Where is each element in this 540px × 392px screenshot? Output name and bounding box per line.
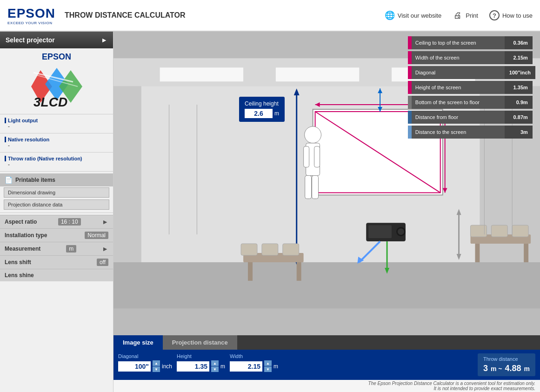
lens-shift-label: Lens shift xyxy=(5,259,31,266)
svg-rect-30 xyxy=(304,146,309,167)
distance-from-floor-color xyxy=(408,111,412,124)
diagonal-stepper[interactable]: ▲ ▼ xyxy=(153,360,160,372)
ceiling-height-unit: m xyxy=(274,110,279,117)
measurement-label: Measurement xyxy=(5,246,40,252)
app-title: THROW DISTANCE CALCULATOR xyxy=(65,11,385,20)
throw-ratio-value: - xyxy=(5,161,108,168)
disclaimer-line1: The Epson Projection Distance Calculator… xyxy=(118,381,535,386)
svg-point-28 xyxy=(305,126,321,143)
svg-rect-32 xyxy=(305,176,312,199)
width-input-group: Width ▲ ▼ m xyxy=(230,353,278,376)
dimensional-drawing-button[interactable]: Dimensional drawing xyxy=(4,187,109,198)
diagonal-row: Diagonal 100"inch xyxy=(408,66,535,79)
3lcd-logo: 3LCD xyxy=(27,66,87,107)
distance-to-screen-row: Distance to the screen 3m xyxy=(408,126,535,139)
image-size-tab[interactable]: Image size xyxy=(113,335,163,350)
width-input-label: Width xyxy=(230,353,278,359)
width-of-screen-row: Width of the screen 2.15m xyxy=(408,51,535,64)
width-stepper[interactable]: ▲ ▼ xyxy=(264,360,272,372)
installation-type-row: Installation type Normal xyxy=(0,228,113,242)
svg-rect-52 xyxy=(475,244,480,262)
visit-website-label: Visit our website xyxy=(398,12,441,19)
right-measurements-panel: Ceiling to top of the screen 0.36m Width… xyxy=(408,36,535,139)
svg-point-37 xyxy=(398,228,404,235)
height-input-group: Height ▲ ▼ m xyxy=(177,353,225,376)
diagonal-input[interactable] xyxy=(118,361,151,372)
measurement-arrow[interactable]: ► xyxy=(102,245,108,252)
height-input-label: Height xyxy=(177,353,225,359)
aspect-ratio-label: Aspect ratio xyxy=(5,219,37,225)
chevron-right-icon: ► xyxy=(101,36,107,44)
projector-logo-area: 3LCD xyxy=(0,64,113,112)
height-of-screen-color xyxy=(408,81,412,94)
divider-1 xyxy=(0,114,113,114)
diagonal-label: Diagonal xyxy=(412,66,505,79)
sidebar: Select projector ► EPSON 3LCD xyxy=(0,32,113,392)
throw-distance-unit-end: m xyxy=(524,365,530,372)
diagonal-up[interactable]: ▲ xyxy=(153,360,160,366)
how-to-use-label: How to use xyxy=(502,12,533,19)
projector-brand: EPSON xyxy=(0,48,113,64)
native-resolution-prop: Native resolution - xyxy=(0,135,113,150)
height-stepper[interactable]: ▲ ▼ xyxy=(211,360,219,372)
ceiling-height-input[interactable] xyxy=(245,109,273,118)
height-up[interactable]: ▲ xyxy=(211,360,219,366)
select-projector-label: Select projector xyxy=(6,36,55,44)
svg-rect-8 xyxy=(113,262,540,309)
distance-to-screen-color xyxy=(408,126,412,139)
bottom-inputs: Diagonal ▲ ▼ inch Height xyxy=(113,350,540,380)
height-down[interactable]: ▼ xyxy=(211,366,219,372)
main: Select projector ► EPSON 3LCD xyxy=(0,32,540,392)
logo-epson: EPSON xyxy=(7,6,55,21)
epson-logo: EPSON EXCEED YOUR VISION xyxy=(7,6,55,25)
select-projector-button[interactable]: Select projector ► xyxy=(0,32,113,48)
throw-ratio-label: Throw ratio (Native resolution) xyxy=(5,156,108,161)
svg-rect-11 xyxy=(276,67,359,81)
bottom-area: Image size Projection distance Diagonal … xyxy=(113,335,540,380)
throw-distance-unit-mid: m ~ xyxy=(491,365,502,372)
divider-2 xyxy=(0,133,113,133)
light-output-prop: Light output - xyxy=(0,116,113,131)
disclaimer-line2: It is not intended to provide exact meas… xyxy=(118,386,535,391)
aspect-ratio-value: 16 : 10 xyxy=(58,218,81,226)
svg-rect-31 xyxy=(314,146,320,167)
ceiling-to-top-row: Ceiling to top of the screen 0.36m xyxy=(408,36,535,49)
height-of-screen-label: Height of the screen xyxy=(412,81,505,94)
visit-website-link[interactable]: 🌐 Visit our website xyxy=(385,10,441,20)
how-to-use-link[interactable]: ? How to use xyxy=(489,10,533,20)
svg-rect-33 xyxy=(312,176,319,199)
lens-shine-label: Lens shine xyxy=(5,272,34,279)
svg-rect-48 xyxy=(241,244,257,255)
divider-3 xyxy=(0,152,113,153)
print-link[interactable]: 🖨 Print xyxy=(453,10,478,20)
diagonal-down[interactable]: ▼ xyxy=(153,366,160,372)
height-input[interactable] xyxy=(177,361,209,372)
lens-shift-row: Lens shift off xyxy=(0,255,113,269)
aspect-ratio-arrow[interactable]: ► xyxy=(102,218,108,226)
height-unit: m xyxy=(220,363,225,370)
bottom-tabs: Image size Projection distance xyxy=(113,335,540,350)
width-down[interactable]: ▼ xyxy=(264,366,272,372)
height-of-screen-row: Height of the screen 1.35m xyxy=(408,81,535,94)
aspect-ratio-row[interactable]: Aspect ratio 16 : 10 ► xyxy=(0,215,113,228)
printer-icon: 🖨 xyxy=(453,10,463,20)
width-up[interactable]: ▲ xyxy=(264,360,272,366)
printable-items-section: 📄 Printable items xyxy=(0,173,113,186)
header: EPSON EXCEED YOUR VISION THROW DISTANCE … xyxy=(0,0,540,32)
distance-from-floor-value: 0.87m xyxy=(505,111,533,124)
projection-distance-tab[interactable]: Projection distance xyxy=(163,335,237,350)
divider-5 xyxy=(0,213,113,213)
svg-rect-46 xyxy=(248,262,253,281)
measurement-row[interactable]: Measurement m ► xyxy=(0,242,113,255)
width-input[interactable] xyxy=(230,361,262,372)
projection-distance-data-button[interactable]: Projection distance data xyxy=(4,199,109,210)
viz-area: Ceiling height m Ceiling to top of the s… xyxy=(113,32,540,335)
content: Ceiling height m Ceiling to top of the s… xyxy=(113,32,540,392)
svg-text:3LCD: 3LCD xyxy=(33,95,67,107)
ceiling-to-top-color xyxy=(408,36,412,49)
logo-tagline: EXCEED YOUR VISION xyxy=(7,21,55,25)
bottom-to-floor-color xyxy=(408,96,412,109)
installation-type-value: Normal xyxy=(85,232,108,239)
bottom-to-floor-label: Bottom of the screen to floor xyxy=(412,96,505,109)
svg-rect-50 xyxy=(283,244,299,255)
